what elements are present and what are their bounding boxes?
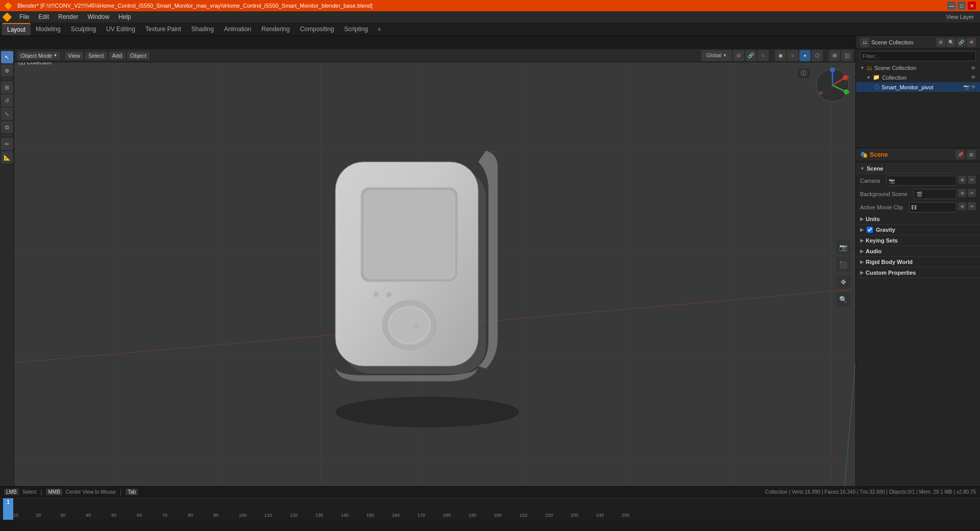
custom-properties-header[interactable]: Custom Properties [856, 268, 980, 278]
viewport-shading-solid[interactable]: ◉ [775, 50, 786, 61]
tab-sculpting[interactable]: Sculpting [66, 23, 101, 35]
object-mode-dropdown[interactable]: Object Mode ▼ [17, 52, 60, 60]
center-action-label: Center View to Mouse [66, 489, 116, 495]
rotate-tool-button[interactable]: ↺ [1, 94, 13, 107]
outliner-restrict-button[interactable]: 👁 [967, 38, 976, 47]
camera-value[interactable]: 📷 [886, 176, 957, 186]
measure-tool-button[interactable]: 📐 [1, 151, 13, 163]
rigid-body-collapse[interactable] [860, 259, 864, 264]
menu-help[interactable]: Help [114, 12, 135, 21]
object-menu[interactable]: Object [127, 52, 150, 60]
menu-render[interactable]: Render [54, 12, 82, 21]
properties-header-actions: 📌 ⊞ [955, 150, 976, 159]
tick-150: 150 [366, 513, 374, 518]
title-bar-left: 🔶 Blender* [F:\\!!!CONV_V2!!!\\45\\iHome… [4, 2, 373, 10]
tab-shading[interactable]: Shading [186, 23, 219, 35]
bg-scene-value[interactable]: 🎬 [914, 189, 957, 199]
tab-modeling[interactable]: Modeling [31, 23, 66, 35]
annotate-tool-button[interactable]: ✏ [1, 138, 13, 150]
global-orientation-dropdown[interactable]: Global ▼ [701, 50, 732, 61]
axis-gizmo[interactable]: X Y Z [815, 67, 850, 103]
nav-zoom-icon[interactable]: 🔍 [836, 292, 850, 306]
outliner-item-scene-collection[interactable]: 🗂 Scene Collection 👁 [856, 63, 980, 73]
keying-sets-collapse[interactable] [860, 238, 864, 243]
menu-file[interactable]: File [15, 12, 33, 21]
tab-animation[interactable]: Animation [219, 23, 256, 35]
viewport-shading-wire[interactable]: ⬡ [812, 50, 823, 61]
outliner-search-button[interactable]: 🔍 [946, 38, 955, 47]
select-tool-button[interactable]: ↖ [1, 51, 13, 63]
gravity-collapse[interactable] [860, 227, 864, 232]
outliner-item-smart-monitor[interactable]: ⬡ Smart_Monitor_pivot 📷 👁 [856, 82, 980, 92]
transform-tool-button[interactable]: ⧉ [1, 121, 13, 133]
bg-scene-edit-button[interactable]: ✏ [968, 189, 976, 197]
collection-eye[interactable]: 👁 [971, 75, 976, 80]
outliner-sync-button[interactable]: 🔗 [957, 38, 966, 47]
pivot-point-button[interactable]: ⊙ [733, 50, 744, 61]
properties-icon: 🎭 [860, 151, 868, 158]
monitor-eye-icon[interactable]: 👁 [971, 84, 976, 90]
audio-collapse[interactable] [860, 249, 864, 254]
tab-scripting[interactable]: Scripting [339, 23, 373, 35]
outliner-item-collection[interactable]: 📁 Collection 👁 [856, 73, 980, 82]
global-label: Global [706, 53, 721, 58]
overlays-button[interactable]: ⊞ [829, 50, 840, 61]
keying-sets-section: Keying Sets [856, 235, 980, 246]
scene-collection-collapse[interactable] [860, 65, 865, 70]
units-collapse[interactable] [860, 216, 864, 222]
tab-uv-editing[interactable]: UV Editing [101, 23, 140, 35]
scene-section-collapse[interactable] [860, 166, 865, 171]
viewport-shading-material[interactable]: ○ [787, 50, 798, 61]
nav-camera-icon[interactable]: 📷 [836, 240, 850, 254]
keying-sets-header[interactable]: Keying Sets [856, 235, 980, 246]
select-action-label: Select [22, 489, 37, 495]
outliner-search-input[interactable] [860, 51, 976, 61]
tab-compositing[interactable]: Compositing [295, 23, 339, 35]
title-bar-controls: — □ ✕ [947, 2, 976, 10]
cursor-tool-button[interactable]: ⊕ [1, 64, 13, 77]
tick-10: 10 [13, 513, 18, 518]
tab-rendering[interactable]: Rendering [256, 23, 295, 35]
tab-layout[interactable]: Layout [2, 23, 31, 35]
rigid-body-header[interactable]: Rigid Body World [856, 257, 980, 267]
movie-clip-new-button[interactable]: ⊕ [958, 202, 966, 210]
properties-pin-button[interactable]: 📌 [955, 150, 965, 159]
add-workspace-button[interactable]: + [373, 23, 385, 35]
select-menu[interactable]: Select [85, 52, 107, 60]
scale-tool-button[interactable]: ⤡ [1, 108, 13, 120]
smart-monitor-label: Smart_Monitor_pivot [881, 84, 934, 90]
audio-section-header[interactable]: Audio [856, 246, 980, 256]
nav-move-icon[interactable]: ✥ [836, 275, 850, 289]
menu-window[interactable]: Window [83, 12, 113, 21]
menu-edit[interactable]: Edit [34, 12, 53, 21]
xray-button[interactable]: ◫ [841, 50, 852, 61]
viewport-shading-rendered[interactable]: ● [799, 50, 811, 61]
tab-texture-paint[interactable]: Texture Paint [140, 23, 186, 35]
viewport[interactable]: Object Mode ▼ View Select Add Object Glo… [14, 49, 855, 497]
view-menu[interactable]: View [65, 52, 83, 60]
minimize-button[interactable]: — [947, 2, 955, 10]
movie-clip-value[interactable]: 🎞 [909, 202, 957, 212]
gravity-section-header[interactable]: Gravity [856, 225, 980, 235]
collection-collapse[interactable] [866, 75, 871, 80]
camera-new-button[interactable]: ⊕ [958, 176, 966, 184]
timeline-ruler[interactable]: 1 10 20 30 40 50 60 70 80 90 100 110 120… [0, 498, 980, 520]
properties-popout-button[interactable]: ⊞ [967, 150, 976, 159]
proportional-edit-button[interactable]: ○ [757, 50, 769, 61]
custom-properties-collapse[interactable] [860, 270, 864, 275]
units-section-header[interactable]: Units [856, 214, 980, 224]
monitor-render-icon[interactable]: 📷 [963, 84, 969, 90]
movie-clip-edit-button[interactable]: ✏ [968, 202, 976, 210]
gravity-checkbox[interactable] [867, 227, 873, 233]
move-tool-button[interactable]: ⊞ [1, 81, 13, 93]
menu-bar: 🔶 File Edit Render Window Help View Laye… [0, 11, 980, 22]
scene-collection-eye[interactable]: 👁 [971, 65, 976, 71]
add-menu[interactable]: Add [109, 52, 126, 60]
camera-edit-button[interactable]: ✏ [968, 176, 976, 184]
snap-button[interactable]: 🔗 [745, 50, 756, 61]
maximize-button[interactable]: □ [958, 2, 966, 10]
bg-scene-new-button[interactable]: ⊕ [958, 189, 966, 197]
nav-render-icon[interactable]: ⬛ [836, 257, 850, 272]
outliner-filter-button[interactable]: ⚙ [936, 38, 945, 47]
close-button[interactable]: ✕ [968, 2, 976, 10]
